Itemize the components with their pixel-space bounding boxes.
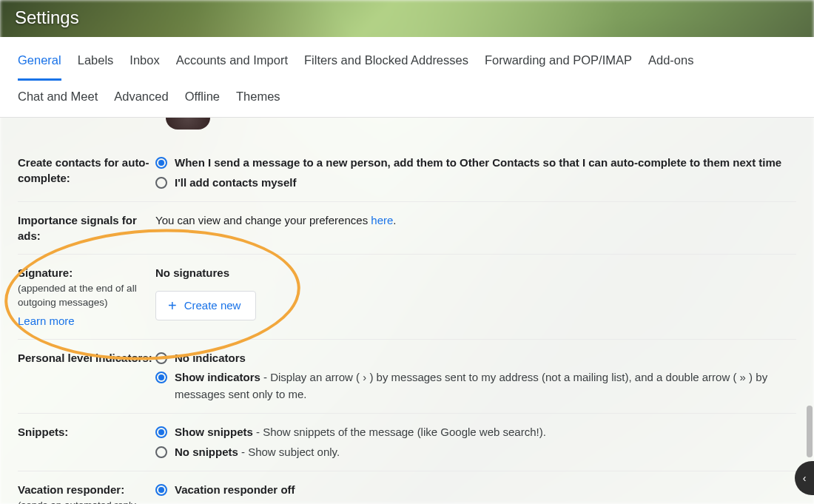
setting-label: Vacation responder: — [18, 483, 124, 496]
radio-label: No snippets — [175, 446, 238, 458]
plus-icon: + — [168, 298, 177, 313]
settings-tabs: General Labels Inbox Accounts and Import… — [0, 37, 814, 118]
page-title: Settings — [0, 0, 814, 37]
setting-signature: Signature: (appended at the end of all o… — [18, 255, 796, 340]
radio-vacation-off[interactable] — [155, 484, 167, 496]
tab-themes[interactable]: Themes — [236, 87, 280, 117]
avatar — [166, 118, 210, 130]
radio-contacts-auto[interactable] — [155, 157, 167, 169]
radio-label: I'll add contacts myself — [175, 176, 296, 189]
tab-chat-meet[interactable]: Chat and Meet — [18, 87, 98, 117]
ads-suffix: . — [393, 214, 396, 226]
radio-desc: - Show snippets of the message (like Goo… — [253, 426, 546, 438]
scrollbar[interactable] — [807, 406, 813, 457]
radio-label: Show snippets — [175, 426, 253, 438]
setting-label: Create contacts for auto-complete: — [18, 155, 155, 186]
radio-no-snippets[interactable] — [155, 446, 167, 458]
radio-desc: - Show subject only. — [238, 446, 340, 458]
create-signature-button[interactable]: + Create new — [155, 291, 256, 321]
tab-accounts-import[interactable]: Accounts and Import — [176, 50, 288, 81]
radio-no-indicators[interactable] — [155, 352, 167, 364]
tab-filters-blocked[interactable]: Filters and Blocked Addresses — [304, 50, 468, 81]
radio-contacts-manual[interactable] — [155, 177, 167, 189]
setting-label: Signature: — [18, 266, 73, 279]
setting-label: Snippets: — [18, 424, 155, 440]
radio-show-indicators[interactable] — [155, 372, 167, 383]
signature-status: No signatures — [155, 265, 796, 282]
tab-inbox[interactable]: Inbox — [130, 50, 159, 81]
setting-sublabel: (sends an automated reply — [18, 499, 155, 504]
radio-show-snippets[interactable] — [155, 426, 167, 438]
radio-label: No indicators — [175, 352, 246, 364]
tab-add-ons[interactable]: Add-ons — [648, 50, 693, 81]
setting-personal-indicators: Personal level indicators: No indicators… — [18, 340, 796, 414]
setting-label: Importance signals for ads: — [18, 212, 155, 243]
settings-content: Create contacts for auto-complete: When … — [0, 118, 814, 504]
tab-general[interactable]: General — [18, 50, 61, 81]
setting-label: Personal level indicators: — [18, 350, 155, 366]
radio-label: Vacation responder off — [175, 483, 295, 496]
tab-offline[interactable]: Offline — [185, 87, 220, 117]
setting-create-contacts: Create contacts for auto-complete: When … — [18, 130, 796, 202]
ads-here-link[interactable]: here — [371, 214, 393, 226]
radio-label: Show indicators — [175, 371, 260, 383]
ads-prefix: You can view and change your preferences — [155, 214, 371, 226]
setting-importance-ads: Importance signals for ads: You can view… — [18, 202, 796, 255]
signature-learn-more-link[interactable]: Learn more — [18, 313, 155, 329]
radio-desc: - Display an arrow ( › ) by messages sen… — [175, 371, 767, 400]
setting-sublabel: (appended at the end of all outgoing mes… — [18, 282, 155, 310]
tab-forwarding-pop-imap[interactable]: Forwarding and POP/IMAP — [485, 50, 632, 81]
setting-vacation-responder: Vacation responder: (sends an automated … — [18, 471, 796, 504]
tab-advanced[interactable]: Advanced — [114, 87, 168, 117]
tab-labels[interactable]: Labels — [78, 50, 114, 81]
create-new-label: Create new — [184, 298, 241, 315]
setting-snippets: Snippets: Show snippets - Show snippets … — [18, 414, 796, 471]
radio-label: When I send a message to a new person, a… — [175, 156, 781, 169]
